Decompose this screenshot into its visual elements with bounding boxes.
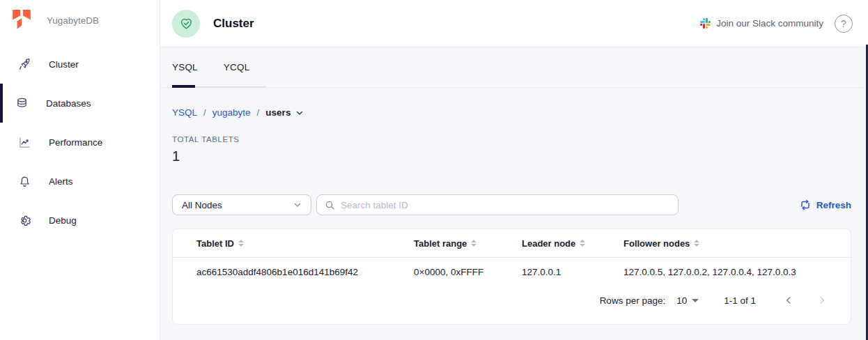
tablets-table-card: Tablet ID Tablet range Leader node Follo… (172, 229, 851, 325)
brand-name: YugabyteDB (47, 15, 99, 26)
sort-icon (238, 240, 244, 247)
sidebar-nav: Cluster Databases Perform (0, 45, 160, 240)
tab-ycql[interactable]: YCQL (224, 47, 250, 87)
rows-per-page-label: Rows per page: (600, 295, 666, 306)
sidebar-item-label: Cluster (49, 59, 79, 70)
breadcrumb-separator: / (203, 107, 206, 118)
gear-icon (17, 212, 32, 228)
page-range: 1-1 of 1 (724, 295, 756, 306)
breadcrumb-yugabyte[interactable]: yugabyte (212, 107, 251, 118)
bell-icon (17, 173, 32, 189)
cell-follower-nodes: 127.0.0.5, 127.0.0.2, 127.0.0.4, 127.0.0… (623, 267, 851, 277)
sidebar-item-label: Alerts (49, 176, 73, 187)
sidebar-item-label: Performance (49, 137, 102, 148)
slack-community-link[interactable]: Join our Slack community (700, 18, 823, 29)
sidebar-item-cluster[interactable]: Cluster (0, 45, 160, 84)
yugabytedb-logo-icon (11, 9, 32, 32)
column-header-tablet-id[interactable]: Tablet ID (173, 238, 414, 249)
help-icon[interactable]: ? (835, 15, 853, 33)
next-page-button[interactable] (817, 295, 827, 305)
heart-check-icon (179, 16, 194, 31)
chart-icon (17, 134, 32, 150)
cell-tablet-id: ac661530addf4806b1e016d141b69f42 (173, 267, 414, 277)
tab-ysql[interactable]: YSQL (172, 47, 198, 87)
page-header: Cluster Join our Slack community ? (160, 0, 868, 47)
content-area: YSQL / yugabyte / users TOTAL TABLETS 1 … (160, 88, 868, 340)
column-header-leader-node[interactable]: Leader node (522, 238, 623, 249)
node-filter-value: All Nodes (182, 200, 222, 210)
cluster-status-badge (172, 10, 200, 38)
breadcrumb-table-selector[interactable]: users (265, 107, 304, 118)
column-header-tablet-range[interactable]: Tablet range (414, 238, 522, 249)
database-icon (14, 95, 29, 111)
cell-leader-node: 127.0.0.1 (522, 267, 623, 277)
brand-row: YugabyteDB (0, 0, 160, 32)
breadcrumb-separator: / (257, 107, 260, 118)
chevron-right-icon (817, 295, 827, 305)
refresh-button[interactable]: Refresh (800, 199, 851, 210)
sidebar-item-alerts[interactable]: Alerts (0, 162, 160, 201)
active-tab-indicator (172, 85, 195, 88)
previous-page-button[interactable] (784, 295, 793, 305)
table-header-row: Tablet ID Tablet range Leader node Follo… (173, 229, 851, 258)
rows-per-page-select[interactable]: 10 (676, 295, 699, 306)
rows-per-page-value: 10 (676, 295, 687, 306)
sidebar-item-performance[interactable]: Performance (0, 123, 160, 162)
chevron-left-icon (784, 295, 793, 305)
sort-icon (580, 240, 585, 247)
rocket-icon (17, 56, 32, 72)
stat-label: TOTAL TABLETS (172, 135, 851, 144)
breadcrumb-ysql[interactable]: YSQL (172, 107, 197, 118)
breadcrumb-current-label: users (265, 107, 290, 118)
page-title: Cluster (213, 17, 254, 31)
sort-icon (694, 240, 699, 247)
refresh-label: Refresh (816, 200, 851, 210)
sidebar-item-debug[interactable]: Debug (0, 201, 160, 240)
total-tablets-stat: TOTAL TABLETS 1 (172, 135, 851, 164)
sidebar-item-databases[interactable]: Databases (0, 84, 160, 123)
search-icon (325, 200, 335, 210)
slack-icon (700, 18, 711, 29)
main-area: Cluster Join our Slack community ? YSQL … (160, 0, 868, 340)
chevron-down-icon (295, 109, 304, 117)
filter-controls: All Nodes Refresh (172, 194, 851, 215)
api-tabbar: YSQL YCQL (160, 47, 868, 88)
cell-tablet-range: 0×0000, 0xFFFF (414, 267, 522, 277)
sidebar: YugabyteDB Cluster (0, 0, 160, 340)
caret-down-icon (692, 299, 699, 302)
table-row: ac661530addf4806b1e016d141b69f42 0×0000,… (173, 258, 851, 286)
header-actions: Join our Slack community ? (700, 15, 853, 33)
sidebar-item-label: Debug (49, 215, 77, 226)
slack-link-label: Join our Slack community (716, 18, 823, 29)
tablet-search-input[interactable] (341, 200, 670, 210)
pagination: Rows per page: 10 1-1 of 1 (173, 286, 851, 315)
breadcrumb: YSQL / yugabyte / users (172, 107, 851, 118)
sort-icon (471, 240, 476, 247)
column-header-follower-nodes[interactable]: Follower nodes (623, 238, 851, 249)
chevron-down-icon (293, 201, 302, 209)
sidebar-item-label: Databases (46, 98, 91, 109)
node-filter-select[interactable]: All Nodes (172, 194, 311, 215)
stat-value: 1 (172, 148, 851, 164)
refresh-icon (800, 199, 811, 210)
tablet-search-box (316, 194, 679, 215)
